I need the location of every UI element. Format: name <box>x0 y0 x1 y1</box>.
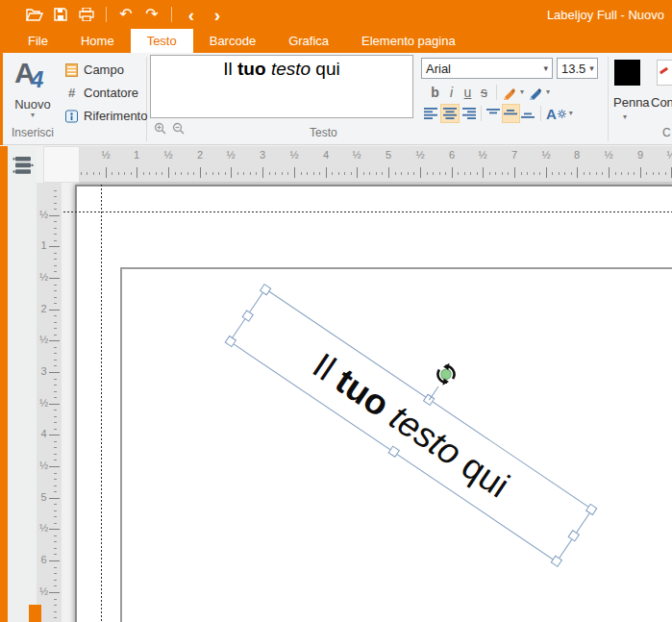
tab-file[interactable]: File <box>12 29 64 53</box>
text-preview-input[interactable]: Il tuo testo qui <box>150 55 413 118</box>
font-size-select[interactable]: 13.5 ▾ <box>557 58 598 79</box>
tab-grafica[interactable]: Grafica <box>272 29 345 53</box>
zoom-in-icon[interactable] <box>154 121 166 138</box>
highlight-color-button[interactable] <box>501 83 517 102</box>
riferimento-button[interactable]: Riferimento <box>65 109 147 123</box>
ruler-dot <box>54 240 57 241</box>
ruler-dot <box>54 228 57 229</box>
ruler-dot <box>54 617 57 618</box>
ruler-dot <box>502 172 503 175</box>
ruler-dot <box>489 172 490 175</box>
pen-color-button[interactable] <box>527 83 543 102</box>
field-icon <box>65 63 78 77</box>
tab-elemento-pagina[interactable]: Elemento pagina <box>345 29 472 53</box>
valign-bottom-button[interactable] <box>520 104 536 123</box>
ruler-dot <box>54 554 57 555</box>
outline-color-swatch[interactable] <box>657 60 672 86</box>
valign-top-button[interactable] <box>485 104 502 123</box>
ruler-dot <box>54 491 57 492</box>
ruler-dot <box>269 172 270 175</box>
chevron-down-icon[interactable]: ▾ <box>520 88 524 96</box>
ruler-dot <box>287 172 288 175</box>
ruler-tick <box>49 498 60 499</box>
text-effects-button[interactable]: A <box>545 104 567 123</box>
save-icon[interactable] <box>51 4 70 25</box>
font-family-select[interactable]: Arial ▾ <box>421 58 553 79</box>
penna-label: Penna <box>613 95 650 110</box>
ruler-label: 3 <box>37 365 50 377</box>
chevron-down-icon[interactable]: ▾ <box>569 110 573 117</box>
ruler-label: 7 <box>507 149 522 161</box>
riferimento-label: Riferimento <box>84 109 147 123</box>
ruler-dot <box>131 172 132 175</box>
nuovo-button[interactable]: A4 Nuovo ▾ <box>10 57 56 119</box>
zoom-out-icon[interactable] <box>172 121 185 138</box>
ruler-dot <box>54 473 57 474</box>
tab-barcode[interactable]: Barcode <box>193 29 272 53</box>
ruler-dot <box>552 172 553 175</box>
ruler-dot <box>54 611 57 612</box>
ruler-label: ½ <box>286 149 302 161</box>
ruler-tick <box>452 167 453 178</box>
align-right-button[interactable] <box>460 104 477 123</box>
ruler-dot <box>275 172 276 175</box>
underline-button[interactable]: u <box>460 84 476 101</box>
ruler-dot <box>596 172 597 175</box>
ruler-dot <box>206 172 207 175</box>
ruler-dot <box>54 422 57 423</box>
group-label-inserisci: Inserisci <box>12 126 54 139</box>
ruler-dot <box>54 347 57 348</box>
pages-panel-button[interactable] <box>10 152 36 178</box>
align-center-button[interactable] <box>440 104 460 123</box>
ruler-dot <box>571 172 572 175</box>
bold-button[interactable]: b <box>427 84 443 101</box>
ruler-corner <box>43 146 80 183</box>
italic-button[interactable]: i <box>443 84 460 101</box>
tab-home[interactable]: Home <box>64 29 131 53</box>
ruler-dot <box>54 573 57 574</box>
font-size-value: 13.5 <box>561 62 585 76</box>
ruler-tick <box>388 167 389 178</box>
chevron-down-icon[interactable]: ▾ <box>546 88 550 96</box>
strikethrough-button[interactable]: s <box>476 84 492 101</box>
ruler-dot <box>218 172 219 175</box>
ruler-label: 5 <box>381 149 396 161</box>
chevron-down-icon[interactable]: ▾ <box>623 113 627 121</box>
valign-middle-button[interactable] <box>502 104 520 123</box>
tab-testo[interactable]: Testo <box>131 29 193 53</box>
redo-icon[interactable]: ↷ <box>142 4 162 25</box>
align-left-button[interactable] <box>423 104 440 123</box>
ruler-dot <box>376 172 377 175</box>
ruler-dot <box>250 172 251 175</box>
vertical-ruler: ½1½2½3½4½5½6½ <box>37 183 62 622</box>
toolbar-separator <box>106 7 107 22</box>
ruler-label: ½ <box>601 149 616 161</box>
nav-forward-icon[interactable]: › <box>208 4 227 25</box>
contatore-button[interactable]: # Contatore <box>65 86 138 100</box>
ruler-dot <box>307 172 308 175</box>
ruler-tick <box>200 167 201 178</box>
window-border <box>0 146 8 622</box>
ruler-dot <box>508 172 509 175</box>
ruler-label: 3 <box>255 149 270 161</box>
ruler-tick <box>640 167 641 178</box>
ruler-dot <box>54 253 57 254</box>
ruler-dot <box>665 172 666 175</box>
counter-icon: # <box>65 86 78 100</box>
undo-icon[interactable]: ↶ <box>116 4 136 25</box>
ruler-dot <box>54 599 57 600</box>
font-family-value: Arial <box>426 62 451 76</box>
pen-color-swatch[interactable] <box>614 60 640 86</box>
ruler-label: 6 <box>444 149 460 161</box>
ruler-dot <box>439 172 440 175</box>
ruler-dot <box>212 172 213 175</box>
nav-back-icon[interactable]: ‹ <box>182 4 201 25</box>
print-icon[interactable] <box>77 4 96 25</box>
ruler-tick <box>106 167 107 178</box>
ruler-dot <box>54 416 57 417</box>
ruler-dot <box>313 172 314 175</box>
ruler-dot <box>54 234 57 235</box>
ruler-label: ½ <box>37 522 50 534</box>
open-folder-icon[interactable] <box>25 4 44 25</box>
campo-button[interactable]: Campo <box>65 62 124 77</box>
